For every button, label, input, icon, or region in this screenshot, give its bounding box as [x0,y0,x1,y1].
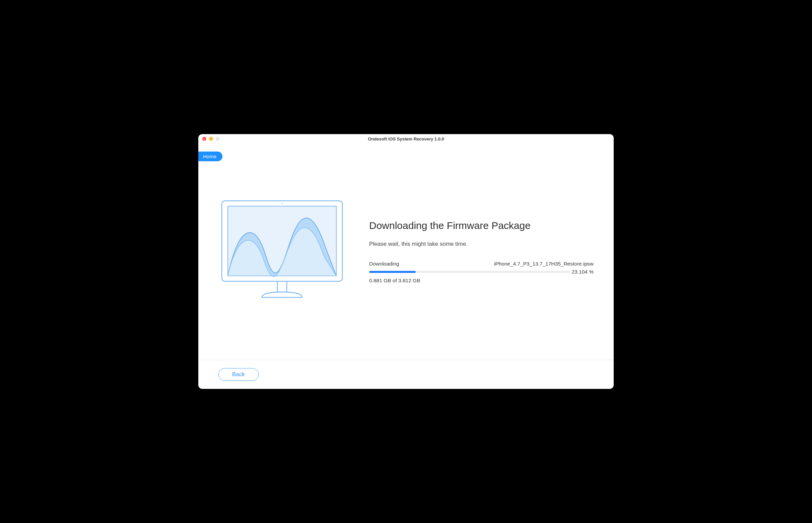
download-filename: iPhone_4.7_P3_13.7_17H35_Restore.ipsw [494,261,593,267]
status-label: Downloading [369,261,399,267]
titlebar: Ondesoft iOS System Recovery 1.0.0 [198,134,614,144]
progress-percent: 23.104 % [572,269,594,275]
download-row: Downloading iPhone_4.7_P3_13.7_17H35_Res… [369,261,593,267]
progress-bar-fill [369,271,416,273]
progress-row: 23.104 % [369,269,593,275]
window-title: Ondesoft iOS System Recovery 1.0.0 [202,137,610,142]
window-controls [202,137,220,141]
download-pane: Downloading the Firmware Package Please … [369,220,593,284]
back-label: Back [232,371,245,378]
footer: Back [198,360,614,389]
monitor-icon [219,197,346,305]
progress-bytes: 0.881 GB of 3.812 GB [369,277,593,284]
page-heading: Downloading the Firmware Package [369,220,593,231]
back-button[interactable]: Back [219,368,259,381]
content-area: Downloading the Firmware Package Please … [198,144,614,360]
monitor-illustration [219,197,346,306]
home-button[interactable]: Home [198,151,223,161]
page-subtitle: Please wait, this might take some time. [369,241,593,248]
app-window: Ondesoft iOS System Recovery 1.0.0 Home [198,134,614,389]
close-icon[interactable] [202,137,206,141]
svg-point-2 [282,203,283,204]
zoom-icon[interactable] [216,137,220,141]
progress-bar [369,271,570,273]
minimize-icon[interactable] [209,137,213,141]
home-label: Home [203,154,216,159]
